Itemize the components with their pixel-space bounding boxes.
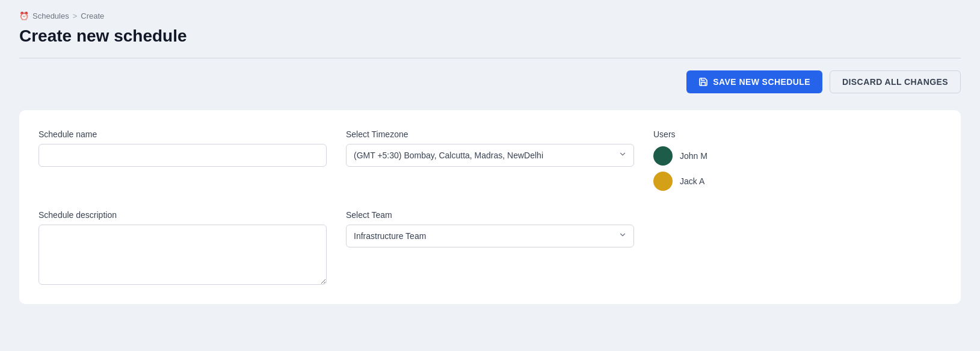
team-select[interactable]: Infrastructure Team Development Team QA … bbox=[346, 225, 634, 247]
user-item-jack: Jack A bbox=[653, 172, 941, 191]
select-timezone-label: Select Timezone bbox=[346, 129, 634, 139]
discard-button-label: DISCARD ALL CHANGES bbox=[842, 77, 948, 87]
discard-all-changes-button[interactable]: DISCARD ALL CHANGES bbox=[830, 70, 961, 93]
schedule-name-input[interactable] bbox=[39, 144, 327, 167]
user-name-john: John M bbox=[680, 151, 707, 161]
select-team-section: Select Team Infrastructure Team Developm… bbox=[346, 210, 634, 285]
empty-column bbox=[653, 210, 941, 285]
user-list: John M Jack A bbox=[653, 146, 941, 191]
schedule-description-section: Schedule description bbox=[39, 210, 327, 285]
user-name-jack: Jack A bbox=[680, 176, 704, 186]
breadcrumb: ⏰ Schedules > Create bbox=[19, 11, 961, 20]
user-item-john: John M bbox=[653, 146, 941, 166]
toolbar: SAVE NEW SCHEDULE DISCARD ALL CHANGES bbox=[19, 70, 961, 93]
schedules-icon: ⏰ bbox=[19, 11, 29, 20]
divider bbox=[19, 58, 961, 58]
breadcrumb-separator: > bbox=[73, 11, 78, 20]
save-icon bbox=[698, 77, 708, 87]
schedule-description-input[interactable] bbox=[39, 225, 327, 285]
save-new-schedule-button[interactable]: SAVE NEW SCHEDULE bbox=[686, 70, 822, 93]
breadcrumb-parent[interactable]: Schedules bbox=[32, 11, 69, 20]
save-button-label: SAVE NEW SCHEDULE bbox=[713, 77, 810, 87]
timezone-select-wrapper: (GMT +5:30) Bombay, Calcutta, Madras, Ne… bbox=[346, 144, 634, 167]
users-label: Users bbox=[653, 129, 941, 139]
form-top-row: Schedule name Select Timezone (GMT +5:30… bbox=[39, 129, 941, 191]
user-avatar-john bbox=[653, 146, 673, 166]
schedule-name-label: Schedule name bbox=[39, 129, 327, 139]
select-team-label: Select Team bbox=[346, 210, 634, 220]
form-card: Schedule name Select Timezone (GMT +5:30… bbox=[19, 110, 961, 304]
schedule-name-section: Schedule name bbox=[39, 129, 327, 191]
users-section: Users John M Jack A bbox=[653, 129, 941, 191]
form-bottom-row: Schedule description Select Team Infrast… bbox=[39, 210, 941, 285]
user-avatar-jack bbox=[653, 172, 673, 191]
page-title: Create new schedule bbox=[19, 26, 961, 46]
breadcrumb-current: Create bbox=[81, 11, 104, 20]
page-container: ⏰ Schedules > Create Create new schedule… bbox=[0, 0, 980, 351]
schedule-description-label: Schedule description bbox=[39, 210, 327, 220]
team-select-wrapper: Infrastructure Team Development Team QA … bbox=[346, 225, 634, 247]
select-timezone-section: Select Timezone (GMT +5:30) Bombay, Calc… bbox=[346, 129, 634, 191]
timezone-select[interactable]: (GMT +5:30) Bombay, Calcutta, Madras, Ne… bbox=[346, 144, 634, 167]
